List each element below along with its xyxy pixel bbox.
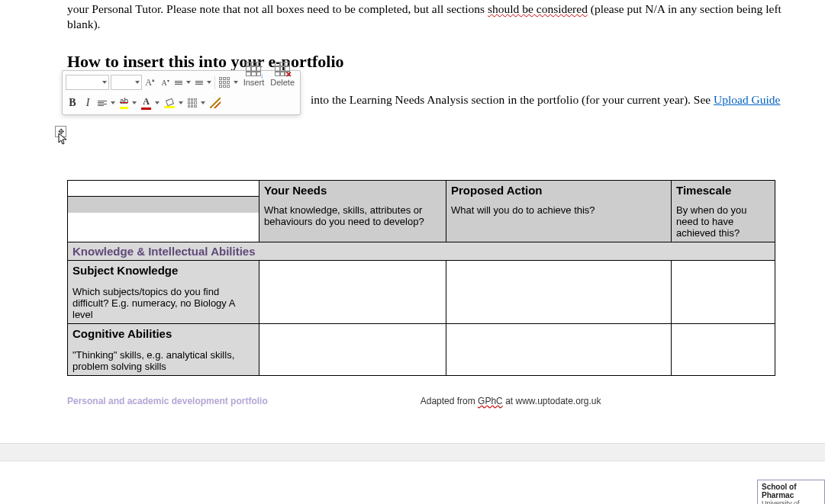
cell-time-2[interactable] [672,324,775,376]
header-action[interactable]: Proposed Action What will you do to achi… [446,181,672,242]
font-family-combo[interactable] [66,75,109,90]
borders-button[interactable] [186,95,207,111]
shading-button[interactable] [163,95,185,111]
footer-right: Adapted from GPhC at www.uptodate.org.uk [421,396,601,406]
bold-button[interactable]: B [66,95,79,111]
align-button[interactable] [96,95,117,111]
upload-guide-link[interactable]: Upload Guide [714,93,780,106]
bullets-button[interactable] [174,74,192,91]
section-heading: How to insert this into your e-portfolio [67,52,825,72]
table-grid-button[interactable] [218,74,239,91]
cell-needs-2[interactable] [259,324,446,376]
row-subject-knowledge[interactable]: Subject Knowledge Which subjects/topics … [68,261,259,324]
cell-action-2[interactable] [446,324,672,376]
italic-button[interactable]: I [81,95,95,111]
section-knowledge[interactable]: Knowledge & Intellectual Abilities [68,242,775,261]
highlight-button[interactable]: ab [118,95,138,111]
cell-action-1[interactable] [446,261,672,324]
grow-font-button[interactable]: A▴ [143,74,157,91]
format-painter-button[interactable] [208,95,222,111]
numbering-button[interactable] [194,74,212,91]
header-timescale[interactable]: Timescale By when do you need to have ac… [672,181,775,242]
font-color-button[interactable]: A [140,95,161,111]
learning-needs-table[interactable]: Your Needs What knowledge, skills, attri… [67,180,775,376]
header-blank-cell[interactable] [68,181,259,242]
shrink-font-button[interactable]: A▾ [159,74,172,91]
page-footer: Personal and academic development portfo… [67,396,775,406]
insert-button[interactable]: Insert [241,57,267,91]
row-cognitive-abilities[interactable]: Cognitive Abilities "Thinking" skills, e… [68,324,259,376]
font-size-combo[interactable] [111,75,142,90]
header-needs[interactable]: Your Needs What knowledge, skills, attri… [259,181,446,242]
cell-time-1[interactable] [672,261,775,324]
university-logo: School of Pharmac University of Reading [757,480,825,504]
mini-toolbar: A▴ A▾ Insert Delete [62,70,301,115]
cell-needs-1[interactable] [259,261,446,324]
table-move-handle[interactable]: ✥ [55,126,66,137]
intro-paragraph: your Personal Tutor. Please note that no… [67,0,825,32]
page-break [0,443,825,461]
spellcheck-wavy: should be considered [488,2,588,15]
delete-button[interactable]: Delete [268,57,297,91]
footer-left: Personal and academic development portfo… [67,396,268,406]
